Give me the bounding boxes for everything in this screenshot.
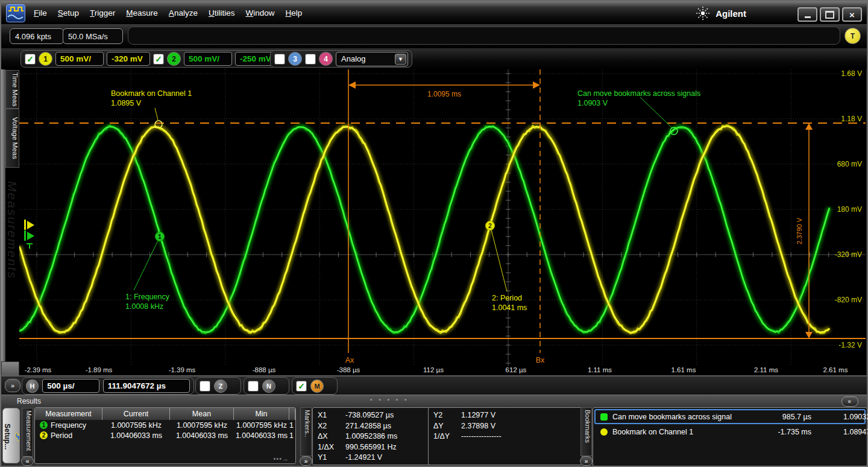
- markers-panel-tab[interactable]: Markers..: [300, 407, 312, 456]
- horizontal-toolbar: » H 500 µs/ 111.9047672 µs Z N ✓ M: [1, 376, 867, 395]
- collapse-icon[interactable]: «: [21, 456, 34, 466]
- setup-button[interactable]: Setup...: [2, 408, 20, 463]
- channel4-badge[interactable]: 4: [319, 52, 333, 66]
- waveform-mode-select[interactable]: Analog ▼: [336, 52, 408, 66]
- col-mean[interactable]: Mean: [170, 408, 234, 420]
- minimize-button[interactable]: [797, 7, 817, 22]
- channel1-checkbox[interactable]: ✓: [25, 54, 36, 65]
- x-axis-labels: -2.39 ms-1.89 ms-1.39 ms-888 µs-388 µs11…: [19, 366, 866, 376]
- measurement-current: 1.0007595 kHz: [102, 421, 170, 430]
- timebase-scale-field[interactable]: 500 µs/: [42, 379, 99, 393]
- oscilloscope-window: File Setup Trigger Measure Analyze Utili…: [0, 0, 868, 467]
- dock-collapse-button[interactable]: »: [841, 396, 858, 407]
- bookmark-list-item[interactable]: Can move bookmarks across signal 985.7 µ…: [594, 409, 866, 424]
- col-overflow[interactable]: [289, 408, 295, 420]
- memory-depth-field[interactable]: 4.096 kpts: [10, 28, 64, 44]
- marker-label: ΔX: [318, 431, 345, 442]
- n-badge[interactable]: N: [262, 380, 275, 393]
- sidebar-tab-time-meas[interactable]: Time Meas: [5, 70, 19, 109]
- close-button[interactable]: ×: [842, 7, 862, 22]
- marker-label: 1/ΔY: [433, 431, 461, 442]
- menu-help[interactable]: Help: [280, 7, 307, 19]
- x-axis-tick-label: -2.39 ms: [14, 366, 62, 373]
- zoom-badge[interactable]: Z: [214, 380, 227, 393]
- y-axis-tick-label: 1.18 V: [841, 115, 862, 123]
- bookmarks-panel-tab[interactable]: Bookmarks: [580, 407, 592, 456]
- channel2-badge[interactable]: 2: [167, 52, 181, 66]
- channel2-checkbox[interactable]: ✓: [153, 54, 164, 65]
- y-axis-tick-label: 180 mV: [837, 205, 862, 214]
- channel3-badge[interactable]: 3: [288, 52, 302, 66]
- marker-value: 1.12977 V: [461, 410, 582, 421]
- marker-value: -1.24921 V: [345, 453, 431, 463]
- menu-file[interactable]: File: [29, 7, 52, 19]
- marker-label: Y2: [433, 410, 461, 421]
- marker-checkbox[interactable]: ✓: [296, 381, 307, 392]
- menu-trigger[interactable]: Trigger: [85, 7, 120, 19]
- check-icon: ✓: [27, 55, 34, 63]
- sidebar-tab-voltage-meas[interactable]: Voltage Meas: [5, 109, 19, 168]
- expander-icon[interactable]: »: [300, 456, 312, 466]
- measurement-clipped: 1: [289, 431, 295, 440]
- y-axis-tick-label: 680 mV: [837, 160, 862, 168]
- drag-handle[interactable]: • • • • •: [370, 396, 409, 403]
- bookmark-value: 1.08947 V: [811, 428, 868, 436]
- trigger-badge-button[interactable]: T: [844, 28, 861, 44]
- zoom-checkbox[interactable]: [200, 381, 210, 392]
- menu-window[interactable]: Window: [241, 7, 279, 19]
- expander-icon[interactable]: »: [5, 379, 20, 392]
- channel1-badge[interactable]: 1: [39, 52, 52, 66]
- bookmark-ch1-value: 1.0895 V: [111, 99, 142, 107]
- measurement-panel-tab[interactable]: Measurement: [22, 408, 33, 457]
- measurement-min: 1.0007595 kHz: [234, 421, 289, 430]
- results-table[interactable]: Measurement Current Mean Min 1 Frequency…: [34, 407, 296, 464]
- measurement1-text: 1: Frequency: [125, 293, 170, 301]
- col-min[interactable]: Min: [234, 408, 289, 420]
- maximize-button[interactable]: [820, 7, 840, 22]
- measurement-clipped: 1: [289, 421, 295, 430]
- check-icon: ✓: [298, 382, 305, 390]
- marker-value: 1.00952386 ms: [345, 431, 431, 442]
- measurement2-badge: 2: [488, 222, 492, 229]
- horizontal-badge[interactable]: H: [26, 380, 39, 393]
- menu-setup[interactable]: Setup: [53, 7, 84, 19]
- marker-label: X1: [318, 410, 345, 421]
- waveform-plot[interactable]: 1.68 V1.18 V680 mV180 mV-320 mV-820 mV-1…: [19, 69, 866, 366]
- col-measurement[interactable]: Measurement: [35, 408, 102, 420]
- window-controls: ×: [797, 7, 862, 22]
- plot-background: [19, 69, 866, 366]
- channel4-checkbox[interactable]: [305, 54, 316, 65]
- x-axis-tick-label: -388 µs: [324, 366, 373, 373]
- measurement-current: 1.00406033 ms: [102, 431, 170, 440]
- channel1-offset-field[interactable]: -320 mV: [107, 52, 150, 66]
- bookmark-ch2-value: 1.0903 V: [577, 99, 608, 107]
- menu-analyze[interactable]: Analyze: [164, 7, 203, 19]
- markers-x-box: X1-738.09527 µs X2271.42858 µs ΔX1.00952…: [312, 407, 432, 465]
- channel2-scale-field[interactable]: 500 mV/: [184, 52, 232, 66]
- waveform-display-area[interactable]: 1.68 V1.18 V680 mV180 mV-320 mV-820 mV-1…: [19, 69, 866, 366]
- timebase-position-field[interactable]: 111.9047672 µs: [103, 379, 190, 393]
- channel3-checkbox[interactable]: [274, 54, 285, 65]
- table-row[interactable]: 1 Frequency 1.0007595 kHz 1.0007595 kHz …: [35, 420, 295, 430]
- y-span-label: 2.3790 V: [796, 217, 803, 244]
- horizontal-group: H 500 µs/ 111.9047672 µs: [22, 377, 194, 395]
- bookmark-label: Can move bookmarks across signal: [612, 413, 756, 421]
- marker-value: ----------------: [461, 431, 582, 442]
- dock-title: Results: [17, 397, 41, 405]
- setup-button-label: Setup...: [3, 424, 11, 450]
- n-checkbox[interactable]: [248, 381, 259, 392]
- menu-measure[interactable]: Measure: [121, 7, 163, 19]
- bookmark-label: Bookmark on Channel 1: [612, 428, 756, 436]
- marker-badge[interactable]: M: [310, 380, 324, 393]
- col-current[interactable]: Current: [102, 408, 170, 420]
- sample-rate-field[interactable]: 50.0 MSa/s: [63, 28, 123, 44]
- bx-label: Bx: [536, 356, 545, 364]
- bookmark-list-item[interactable]: Bookmark on Channel 1 -1.735 ms 1.08947 …: [594, 424, 866, 439]
- y-axis-tick-label: -1.32 V: [838, 341, 862, 349]
- measurement1-value: 1.0008 kHz: [125, 302, 163, 311]
- table-row[interactable]: 2 Period 1.00406033 ms 1.00406033 ms 1.0…: [35, 430, 295, 440]
- menu-utilities[interactable]: Utilities: [204, 7, 240, 19]
- scroll-hint-icon[interactable]: •••→: [273, 455, 289, 462]
- channel1-scale-field[interactable]: 500 mV/: [55, 52, 104, 66]
- expander-icon[interactable]: »: [580, 456, 593, 466]
